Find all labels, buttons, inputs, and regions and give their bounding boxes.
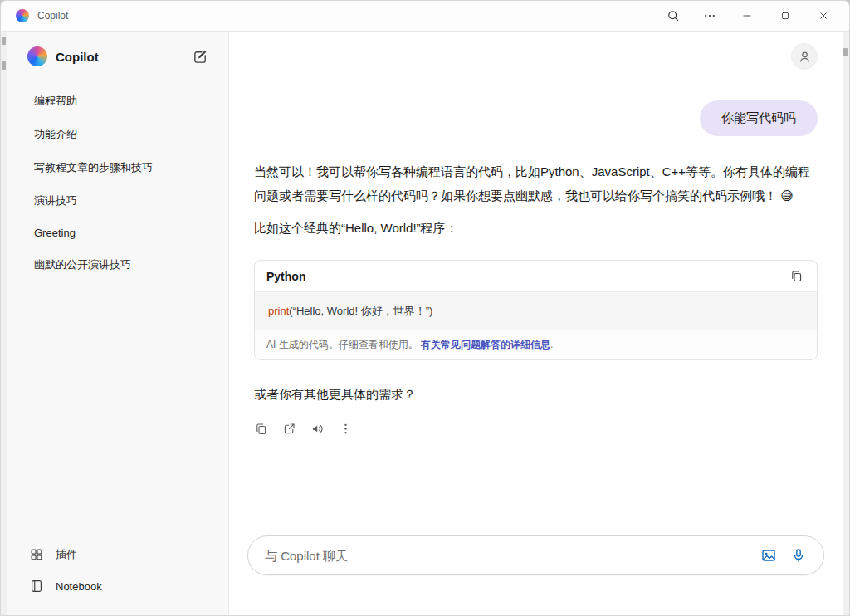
chat-empty-space <box>254 441 818 535</box>
code-keyword: print <box>268 305 289 317</box>
code-content: print(“Hello, World! 你好，世界！”) <box>255 291 817 330</box>
assistant-message-text: 或者你有其他更具体的需求？ <box>254 382 818 406</box>
minimize-icon <box>740 9 754 22</box>
copy-message-button[interactable] <box>248 416 273 441</box>
assistant-message-text: 比如这个经典的“Hello, World!”程序： <box>254 216 818 240</box>
plugins-button[interactable]: 插件 <box>14 539 222 570</box>
notebook-icon <box>29 579 44 594</box>
read-aloud-button[interactable] <box>305 416 330 441</box>
code-text: (“Hello, World! 你好，世界！”) <box>289 305 432 317</box>
microphone-icon <box>790 547 807 564</box>
share-icon <box>282 422 296 436</box>
maximize-icon <box>779 9 792 22</box>
ellipsis-icon <box>703 9 716 22</box>
microphone-button[interactable] <box>784 540 813 570</box>
new-chat-button[interactable] <box>191 47 210 66</box>
add-image-button[interactable] <box>754 540 784 570</box>
plugins-label: 插件 <box>56 547 77 562</box>
chat-input[interactable] <box>247 535 824 575</box>
chat-history-item[interactable]: Greeting <box>14 218 222 248</box>
chat-input-field[interactable] <box>265 549 754 563</box>
background-window-sliver-left <box>1 32 7 615</box>
faq-link[interactable]: 有关常见问题解答的详细信息 <box>421 339 550 350</box>
plugins-grid-icon <box>29 547 44 562</box>
background-text-fragment <box>2 61 6 70</box>
chat-history-list: 编程帮助 功能介绍 写教程文章的步骤和技巧 演讲技巧 Greeting 幽默的公… <box>7 76 228 539</box>
notebook-button[interactable]: Notebook <box>14 570 222 602</box>
window-title: Copilot <box>37 10 68 22</box>
notebook-label: Notebook <box>56 580 102 593</box>
titlebar-app-identity: Copilot <box>16 1 68 31</box>
copilot-logo-icon <box>27 46 47 66</box>
more-vertical-icon <box>339 422 353 436</box>
sidebar-footer: 插件 Notebook <box>7 539 228 615</box>
code-block-header: Python <box>255 261 817 291</box>
maximize-button[interactable] <box>766 1 804 31</box>
chat-area: 你能写代码吗 当然可以！我可以帮你写各种编程语言的代码，比如Python、Jav… <box>229 32 843 615</box>
chat-history-item[interactable]: 功能介绍 <box>14 118 222 151</box>
copy-icon <box>254 422 268 436</box>
background-text-fragment <box>843 48 848 56</box>
code-disclaimer: AI 生成的代码。仔细查看和使用。 有关常见问题解答的详细信息. <box>255 330 817 359</box>
user-message-bubble: 你能写代码吗 <box>700 100 818 136</box>
code-language-label: Python <box>266 270 305 283</box>
chat-history-item[interactable]: 写教程文章的步骤和技巧 <box>14 151 222 184</box>
minimize-button[interactable] <box>728 1 766 31</box>
code-block: Python print(“Hello, World! 你好，世界！”) AI … <box>254 260 818 360</box>
search-button[interactable] <box>655 1 691 31</box>
speaker-icon <box>310 422 325 436</box>
chat-history-item[interactable]: 幽默的公开演讲技巧 <box>14 248 222 281</box>
copilot-window: Copilot <box>0 0 850 616</box>
chat-history-item[interactable]: 演讲技巧 <box>14 184 222 218</box>
profile-button[interactable] <box>791 43 818 70</box>
background-text-fragment <box>2 37 6 45</box>
person-icon <box>798 50 812 64</box>
copilot-logo-icon <box>16 9 29 22</box>
compose-icon <box>193 49 208 65</box>
share-message-button[interactable] <box>276 416 301 441</box>
copy-code-button[interactable] <box>788 267 805 285</box>
sidebar-brand: Copilot <box>56 50 183 64</box>
copy-icon <box>789 269 804 283</box>
more-options-button[interactable] <box>691 1 728 31</box>
search-icon <box>667 9 680 22</box>
message-actions <box>248 416 818 441</box>
sidebar: Copilot 编程帮助 功能介绍 写教程文章的步骤和技巧 演讲技巧 Greet… <box>7 32 229 615</box>
background-window-sliver-right <box>843 32 849 615</box>
assistant-message-text: 当然可以！我可以帮你写各种编程语言的代码，比如Python、JavaScript… <box>254 159 818 208</box>
close-button[interactable] <box>804 1 843 31</box>
sidebar-header: Copilot <box>7 32 228 76</box>
image-icon <box>760 547 777 564</box>
chat-history-item[interactable]: 编程帮助 <box>14 85 222 118</box>
disclaimer-suffix: . <box>550 339 553 350</box>
more-actions-button[interactable] <box>333 416 358 441</box>
titlebar-controls <box>655 1 849 31</box>
titlebar: Copilot <box>1 1 849 32</box>
close-icon <box>817 9 830 22</box>
disclaimer-text: AI 生成的代码。仔细查看和使用。 <box>266 339 421 350</box>
